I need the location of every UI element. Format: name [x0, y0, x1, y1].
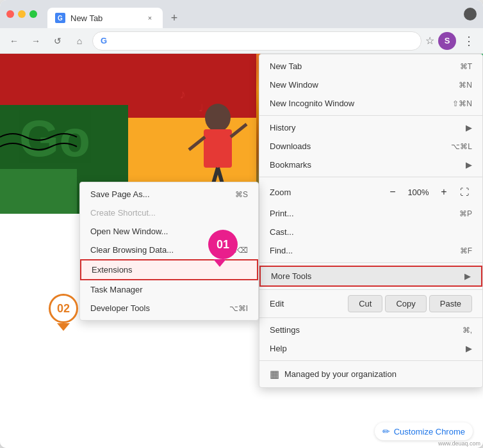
menu-item-settings[interactable]: Settings ⌘, [259, 321, 482, 339]
zoom-value: 100% [405, 188, 431, 197]
tab-close-button[interactable]: × [145, 13, 155, 23]
submenu-save-page[interactable]: Save Page As... ⌘S [80, 185, 258, 204]
svg-text:♪: ♪ [179, 87, 186, 101]
edit-label: Edit [270, 299, 345, 308]
fullscreen-button[interactable]: ⛶ [457, 184, 472, 200]
back-button[interactable]: ← [5, 32, 23, 50]
menu-more-tools-label: More Tools [271, 271, 311, 281]
menu-help-arrow: ▶ [466, 344, 472, 353]
badge-01-label: 01 [217, 238, 229, 252]
svg-text:♩: ♩ [199, 102, 204, 113]
menu-new-window-shortcut: ⌘N [459, 81, 472, 90]
submenu-extensions-label: Extensions [92, 265, 133, 275]
tab-favicon: G [55, 13, 65, 23]
svg-point-7 [205, 104, 231, 132]
managed-label: Managed by your organization [284, 369, 397, 379]
tab-title: New Tab [70, 13, 102, 23]
submenu-task-manager[interactable]: Task Manager [80, 280, 258, 299]
menu-print-label: Print... [270, 209, 294, 218]
svg-rect-8 [204, 129, 232, 168]
menu-item-cast[interactable]: Cast... [259, 223, 482, 241]
menu-bookmarks-label: Bookmarks [270, 160, 311, 170]
svg-rect-3 [0, 169, 77, 214]
submenu-task-manager-label: Task Manager [90, 285, 143, 294]
menu-find-label: Find... [270, 246, 293, 255]
menu-item-help[interactable]: Help ▶ [259, 339, 482, 358]
new-tab-button[interactable]: + [165, 9, 183, 27]
badge-02-container: 02 [49, 294, 78, 331]
bookmark-icon[interactable]: ☆ [425, 35, 434, 47]
paste-button[interactable]: Paste [429, 295, 472, 312]
menu-more-tools-arrow: ▶ [464, 271, 471, 281]
title-bar: G New Tab × + [0, 0, 483, 28]
submenu-save-page-label: Save Page As... [90, 189, 150, 199]
zoom-controls: − 100% + ⛶ [385, 184, 472, 200]
menu-new-tab-shortcut: ⌘T [460, 62, 472, 71]
customize-chrome-label: Customize Chrome [394, 427, 465, 436]
browser-window: G New Tab × + ← → ↺ ⌂ G ☆ S ⋮ [0, 0, 483, 448]
submenu-clear-browsing-label: Clear Browsing Data... [90, 245, 174, 255]
active-tab[interactable]: G New Tab × [47, 8, 163, 28]
avatar-button[interactable]: S [438, 32, 456, 50]
menu-item-more-tools[interactable]: More Tools ▶ [259, 266, 482, 287]
cut-button[interactable]: Cut [348, 295, 382, 312]
minimize-traffic-light[interactable] [18, 10, 26, 18]
customize-chrome-button[interactable]: ✏ Customize Chrome [375, 422, 473, 440]
menu-item-incognito[interactable]: New Incognito Window ⇧⌘N [259, 94, 482, 113]
menu-find-shortcut: ⌘F [460, 246, 472, 255]
menu-cast-label: Cast... [270, 227, 294, 237]
menu-incognito-label: New Incognito Window [270, 99, 354, 108]
submenu-open-window-label: Open New Window... [90, 227, 168, 236]
reload-button[interactable]: ↺ [49, 32, 67, 50]
divider-3 [259, 262, 482, 263]
badge-01-pointer [213, 259, 226, 267]
menu-history-label: History [270, 123, 295, 132]
corner-icon [464, 8, 477, 20]
forward-button[interactable]: → [27, 32, 45, 50]
menu-item-print[interactable]: Print... ⌘P [259, 204, 482, 223]
divider-6 [259, 360, 482, 361]
badge-02-circle: 02 [49, 294, 78, 323]
google-logo: G [101, 36, 111, 46]
badge-01-container: 01 [205, 230, 234, 267]
menu-item-managed[interactable]: ▦ Managed by your organization [259, 364, 482, 385]
zoom-plus-button[interactable]: + [436, 184, 452, 200]
menu-incognito-shortcut: ⇧⌘N [452, 99, 472, 108]
menu-item-new-window[interactable]: New Window ⌘N [259, 76, 482, 94]
submenu-dev-tools[interactable]: Developer Tools ⌥⌘I [80, 299, 258, 317]
home-button[interactable]: ⌂ [70, 32, 88, 50]
watermark: www.deuaq.com [438, 440, 480, 447]
menu-settings-label: Settings [270, 325, 300, 335]
divider-1 [259, 115, 482, 116]
menu-item-edit-row: Edit Cut Copy Paste [259, 292, 482, 315]
menu-downloads-label: Downloads [270, 141, 311, 151]
menu-item-find[interactable]: Find... ⌘F [259, 241, 482, 260]
menu-item-history[interactable]: History ▶ [259, 118, 482, 137]
submenu-create-shortcut-label: Create Shortcut... [90, 208, 156, 218]
address-input[interactable]: G [92, 31, 422, 51]
badge-01-circle: 01 [208, 230, 238, 259]
menu-item-bookmarks[interactable]: Bookmarks ▶ [259, 156, 482, 174]
divider-2 [259, 177, 482, 177]
chrome-menu-button[interactable]: ⋮ [460, 32, 478, 50]
menu-help-label: Help [270, 344, 287, 353]
submenu-create-shortcut[interactable]: Create Shortcut... [80, 204, 258, 222]
maximize-traffic-light[interactable] [29, 10, 37, 18]
menu-new-window-label: New Window [270, 80, 318, 90]
copy-button[interactable]: Copy [385, 295, 426, 312]
menu-new-tab-label: New Tab [270, 61, 302, 71]
chrome-main-menu: New Tab ⌘T New Window ⌘N New Incognito W… [259, 54, 483, 388]
zoom-minus-button[interactable]: − [385, 184, 400, 200]
menu-item-new-tab[interactable]: New Tab ⌘T [259, 57, 482, 76]
close-traffic-light[interactable] [6, 10, 14, 18]
zoom-label: Zoom [270, 188, 380, 197]
managed-icon: ▦ [270, 368, 279, 380]
divider-5 [259, 317, 482, 318]
submenu-save-page-shortcut: ⌘S [235, 190, 248, 199]
pencil-icon: ✏ [382, 426, 390, 436]
menu-history-arrow: ▶ [466, 123, 472, 132]
menu-item-downloads[interactable]: Downloads ⌥⌘L [259, 137, 482, 156]
submenu-dev-tools-label: Developer Tools [90, 303, 150, 313]
tab-bar: G New Tab × + [47, 0, 183, 28]
badge-02-label: 02 [57, 302, 70, 316]
